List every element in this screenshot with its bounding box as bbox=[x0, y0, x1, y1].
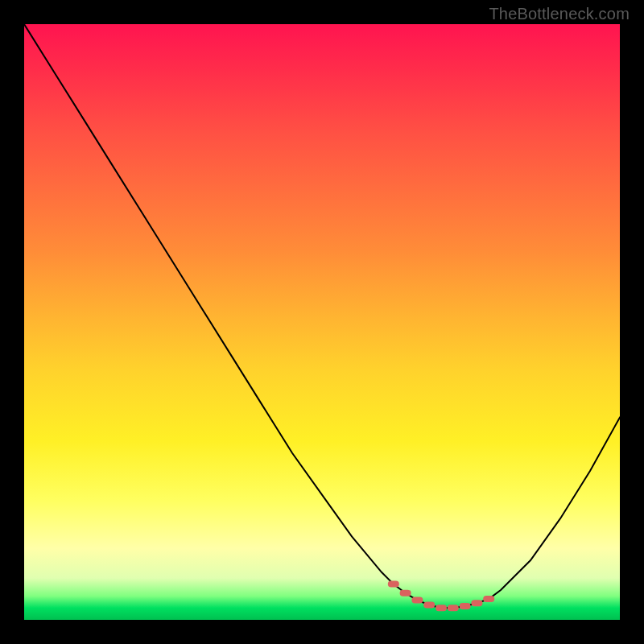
highlight-marker bbox=[436, 605, 447, 611]
highlight-marker bbox=[411, 597, 423, 604]
highlight-marker-group bbox=[388, 581, 494, 612]
highlight-marker bbox=[460, 603, 471, 609]
chart-plot-area bbox=[24, 24, 620, 620]
bottleneck-curve-line bbox=[24, 24, 620, 608]
highlight-marker bbox=[471, 600, 482, 606]
chart-svg bbox=[24, 24, 620, 620]
highlight-marker bbox=[423, 602, 435, 609]
watermark-text: TheBottleneck.com bbox=[489, 5, 630, 23]
highlight-marker bbox=[483, 596, 494, 602]
highlight-marker bbox=[388, 581, 399, 588]
highlight-marker bbox=[400, 590, 411, 597]
highlight-marker bbox=[448, 605, 459, 611]
